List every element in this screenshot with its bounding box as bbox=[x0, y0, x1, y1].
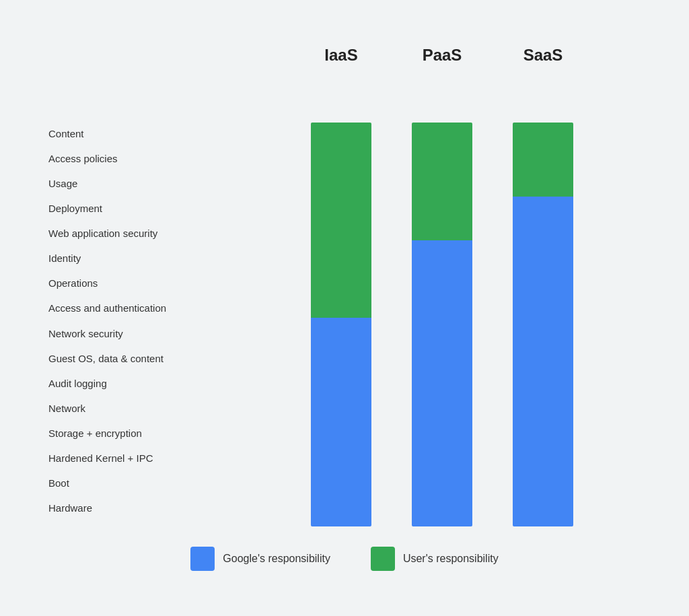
label-guest-os: Guest OS, data & content bbox=[48, 347, 223, 370]
chart-area: Content Access policies Usage Deployment… bbox=[48, 67, 641, 526]
label-web-app-security: Web application security bbox=[48, 222, 223, 245]
paas-bar-blue bbox=[412, 240, 472, 526]
label-content: Content bbox=[48, 123, 223, 145]
label-network-security: Network security bbox=[48, 322, 223, 345]
label-hardware: Hardware bbox=[48, 496, 223, 519]
label-network: Network bbox=[48, 397, 223, 419]
headers-row: IaaS PaaS SaaS bbox=[230, 46, 641, 65]
label-access-policies: Access policies bbox=[48, 147, 223, 170]
saas-bar-green bbox=[513, 123, 573, 197]
legend-google: Google's responsibility bbox=[190, 547, 330, 571]
label-kernel: Hardened Kernel + IPC bbox=[48, 446, 223, 469]
iaas-bar-wrapper bbox=[311, 123, 371, 526]
bars-section bbox=[230, 123, 641, 526]
paas-bar-green bbox=[412, 123, 472, 240]
legend-user-label: User's responsibility bbox=[403, 553, 499, 565]
labels-column: Content Access policies Usage Deployment… bbox=[48, 123, 223, 520]
legend-box-blue bbox=[190, 547, 215, 571]
paas-bar bbox=[412, 123, 472, 526]
label-access-auth: Access and authentication bbox=[48, 297, 223, 320]
iaas-bar-green bbox=[311, 123, 371, 318]
legend: Google's responsibility User's responsib… bbox=[48, 547, 641, 578]
label-identity: Identity bbox=[48, 247, 223, 270]
iaas-bar bbox=[311, 123, 371, 526]
label-usage: Usage bbox=[48, 172, 223, 195]
saas-bar-blue bbox=[513, 197, 573, 526]
iaas-header: IaaS bbox=[311, 46, 371, 65]
legend-box-green bbox=[371, 547, 395, 571]
label-boot: Boot bbox=[48, 471, 223, 494]
legend-user: User's responsibility bbox=[371, 547, 499, 571]
legend-google-label: Google's responsibility bbox=[223, 553, 330, 565]
saas-bar bbox=[513, 123, 573, 526]
label-storage: Storage + encryption bbox=[48, 421, 223, 444]
iaas-bar-blue bbox=[311, 318, 371, 526]
paas-bar-wrapper bbox=[412, 123, 472, 526]
label-deployment: Deployment bbox=[48, 197, 223, 220]
label-operations: Operations bbox=[48, 272, 223, 295]
saas-bar-wrapper bbox=[513, 123, 573, 526]
chart-container: IaaS PaaS SaaS Content Access policies U… bbox=[35, 26, 654, 591]
paas-header: PaaS bbox=[412, 46, 472, 65]
saas-header: SaaS bbox=[513, 46, 573, 65]
label-audit-logging: Audit logging bbox=[48, 372, 223, 395]
